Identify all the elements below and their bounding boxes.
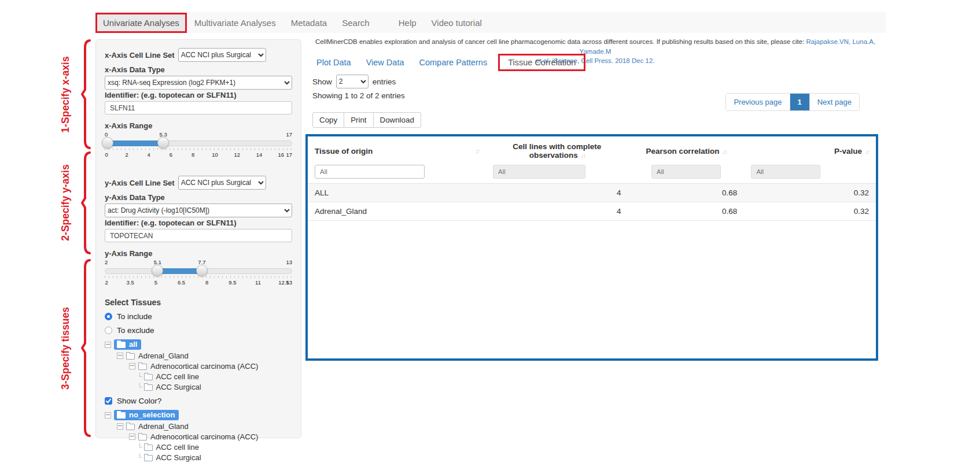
cell-cell-lines: 4 [486,184,628,202]
tab-compare-patterns[interactable]: Compare Patterns [411,54,495,71]
collapse-icon[interactable] [117,423,123,430]
tree-node-acc-cell-line-2[interactable]: └ ACC cell line [105,443,292,452]
folder-icon [144,445,153,451]
tree-node-acc-cell-line[interactable]: └ ACC cell line [105,372,292,381]
nav-item-search[interactable]: Search [334,13,377,33]
nav-item-multivariate-analyses[interactable]: Multivariate Analyses [187,13,283,33]
collapse-icon[interactable] [129,434,135,440]
entries-suffix: entries [373,77,396,86]
y-cell-line-set-row: y-Axis Cell Line Set ACC NCI plus Surgic… [105,176,292,190]
previous-page-button[interactable]: Previous page [726,94,789,110]
nav-item-univariate-analyses[interactable]: Univariate Analyses [95,13,187,33]
tab-view-data[interactable]: View Data [359,54,412,71]
folder-icon [126,353,135,360]
folder-icon [117,342,126,348]
x-range-handle-min[interactable] [102,137,113,149]
column-header-pearson-correlation[interactable]: Pearson correlation↓↑ [628,136,745,164]
cell-p-value: 0.32 [744,202,876,221]
tree-node-no-selection[interactable]: no_selection [105,410,292,420]
x-tick: 6 [170,152,172,158]
tissue-exclude-option[interactable]: To exclude [105,326,292,335]
copy-button[interactable]: Copy [312,112,344,128]
tree-node-acc-surgical[interactable]: └ ACC Surgical [105,383,292,391]
filter-p-value-input[interactable] [751,165,820,179]
tree-node-acc-2[interactable]: Adrenocortical carcinoma (ACC) [105,432,292,441]
y-range-handle-min[interactable] [152,265,163,276]
column-header-tissue-of-origin[interactable]: Tissue of origin↓↑ [308,136,486,164]
sort-icon[interactable]: ↓↑ [475,147,479,154]
next-page-button[interactable]: Next page [809,94,859,110]
x-tick: 12 [234,152,240,158]
filter-cell-lines-input[interactable] [493,165,585,179]
select-tissues-title: Select Tissues [105,298,292,307]
tissue-correlation-table-box: Tissue of origin↓↑ Cell lines with compl… [305,134,878,361]
tissue-tree-color: no_selection Adrenal_Gland Adrenocortica… [105,410,292,462]
y-range-handle-max[interactable] [196,265,208,276]
table-row[interactable]: ALL 4 0.68 0.32 [308,184,876,202]
folder-icon [144,455,153,461]
y-cell-line-set-select[interactable]: ACC NCI plus Surgical [178,176,266,190]
filter-pearson-input[interactable] [651,165,721,179]
x-range-slider[interactable]: 0 5.3 17 0 2 4 6 8 10 12 14 16 17 [105,132,292,161]
y-identifier-label: Identifier: (e.g. topotecan or SLFN11) [105,219,292,227]
x-identifier-label: Identifier: (e.g. topotecan or SLFN11) [105,91,292,99]
cell-tissue: Adrenal_Gland [308,202,486,221]
entries-select[interactable]: 2 [336,75,369,88]
tree-node-all[interactable]: all [105,339,292,350]
x-tick: 4 [147,152,150,158]
radio-exclude-icon[interactable] [105,327,112,334]
nav-item-video-tutorial[interactable]: Video tutorial [424,13,489,33]
annotation-specify-y-axis: 2-Specify y-axis [60,154,72,252]
showing-entries-text: Showing 1 to 2 of 2 entries [312,91,405,100]
table-row[interactable]: Adrenal_Gland 4 0.68 0.32 [308,202,876,221]
nav-item-metadata[interactable]: Metadata [283,13,335,33]
table-header-row: Tissue of origin↓↑ Cell lines with compl… [308,136,876,164]
radio-include-icon[interactable] [105,313,112,320]
tab-tissue-correlation[interactable]: Tissue Correlation [498,54,585,71]
show-color-label: Show Color? [117,397,161,405]
folder-icon [117,412,126,419]
export-buttons: Copy Print Download [312,112,421,128]
show-label: Show [312,77,332,86]
tissue-include-option[interactable]: To include [105,312,292,321]
show-color-option[interactable]: Show Color? [105,397,292,405]
collapse-icon[interactable] [105,412,111,419]
nav-item-help[interactable]: Help [391,13,424,33]
y-data-type-select[interactable]: act: Drug Activity (-log10[IC50M]) [105,203,292,217]
collapse-icon[interactable] [117,353,123,359]
folder-icon [126,424,135,430]
x-tick: 16 [278,152,285,158]
column-header-cell-lines[interactable]: Cell lines with complete observations↓↑ [486,136,628,164]
x-tick: 10 [212,152,218,158]
tree-node-adrenal-gland[interactable]: Adrenal_Gland [105,351,292,360]
x-cell-line-set-select[interactable]: ACC NCI plus Surgical [178,48,266,62]
tree-node-acc[interactable]: Adrenocortical carcinoma (ACC) [105,362,292,371]
column-header-p-value[interactable]: P-value↓↑ [744,136,876,164]
x-range-handle-max[interactable] [157,137,169,149]
x-data-type-select[interactable]: xsq: RNA-seq Expression (log2 FPKM+1) [105,76,292,90]
page-1-button[interactable]: 1 [790,94,809,110]
collapse-icon[interactable] [105,342,111,348]
tree-node-label: all [129,340,137,349]
show-color-checkbox[interactable] [105,397,112,405]
sort-icon[interactable]: ↓↑ [865,148,869,155]
sort-icon[interactable]: ↓↑ [722,148,726,155]
y-tick: 6.5 [178,280,185,286]
top-navbar: Univariate Analyses Multivariate Analyse… [95,12,886,33]
y-identifier-input[interactable] [105,229,292,242]
x-range-max-label: 17 [286,132,292,138]
download-button[interactable]: Download [373,112,421,128]
filter-tissue-input[interactable] [315,165,425,179]
x-identifier-input[interactable] [105,101,292,114]
tree-node-acc-surgical-2[interactable]: └ ACC Surgical [105,453,292,462]
collapse-icon[interactable] [129,363,135,369]
y-tick: 2 [105,280,108,286]
x-range-selected-bar [105,140,163,146]
y-range-slider[interactable]: 2 5.1 7.7 13 2 3.5 5 6.5 8 9.5 11 12.5 1… [105,260,292,288]
annotation-specify-tissues: 3-Specify tissues [60,299,72,398]
sort-icon[interactable]: ↓↑ [581,152,585,159]
y-tick: 3.5 [126,280,134,286]
tab-plot-data[interactable]: Plot Data [309,54,359,71]
print-button[interactable]: Print [344,112,373,128]
tree-node-adrenal-gland-2[interactable]: Adrenal_Gland [105,422,292,431]
